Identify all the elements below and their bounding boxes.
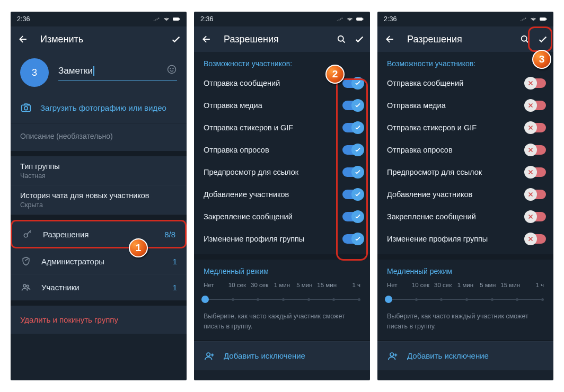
upload-photo-label: Загрузить фотографию или видео <box>40 103 166 112</box>
slowmode-label: 5 мин <box>293 282 315 288</box>
slowmode-hint: Выберите, как часто каждый участник смож… <box>377 302 553 340</box>
svg-point-17 <box>390 353 393 356</box>
confirm-button[interactable] <box>170 33 182 46</box>
description-placeholder: Описание (необязательно) <box>20 132 113 140</box>
search-button[interactable] <box>335 33 348 46</box>
permissions-row[interactable]: Разрешения 8/8 1 <box>11 220 187 248</box>
avatar[interactable]: 3 <box>20 58 49 87</box>
permission-toggle[interactable] <box>526 212 546 221</box>
permission-toggle[interactable] <box>342 78 363 88</box>
permissions-value: 8/8 <box>164 230 175 239</box>
permission-label: Добавление участников <box>387 190 472 199</box>
callout-badge-1: 1 <box>129 238 148 257</box>
members-row[interactable]: Участники 1 <box>11 274 187 300</box>
permission-toggle[interactable] <box>526 123 546 132</box>
permission-label: Закрепление сообщений <box>387 212 476 221</box>
permission-toggle[interactable] <box>342 101 363 110</box>
back-button[interactable] <box>201 34 212 44</box>
status-bar: 2:36 <box>11 12 187 26</box>
svg-point-13 <box>207 353 210 356</box>
permission-row: Добавление участников <box>387 183 546 206</box>
slowmode-label: Нет <box>204 282 226 288</box>
svg-point-2 <box>168 66 176 74</box>
permission-label: Отправка стикеров и GIF <box>204 123 293 132</box>
permissions-section-title: Возможности участников: <box>377 52 553 72</box>
slowmode-slider[interactable]: Нет10 сек30 сек1 мин5 мин15 мин1 ч <box>194 282 370 302</box>
svg-point-6 <box>24 106 28 110</box>
slowmode-hint: Выберите, как часто каждый участник смож… <box>194 302 370 340</box>
svg-point-4 <box>173 68 173 69</box>
delete-group-label: Удалить и покинуть группу <box>20 315 118 324</box>
permission-toggle[interactable] <box>526 101 546 110</box>
screen-permissions-off: 2:36 Разрешения 3 Возможности участников… <box>377 12 553 380</box>
callout-badge-3: 3 <box>532 50 551 69</box>
header: Изменить <box>11 26 187 52</box>
slowmode-label: 1 ч <box>338 282 360 288</box>
permission-toggle[interactable] <box>526 234 546 244</box>
svg-point-9 <box>27 285 29 287</box>
permission-label: Предпросмотр для ссылок <box>204 168 298 176</box>
permission-row: Отправка опросов <box>387 139 546 161</box>
svg-rect-0 <box>173 18 179 21</box>
slowmode-title: Медленный режим <box>377 260 553 280</box>
permission-row: Отправка стикеров и GIF <box>204 117 363 139</box>
back-button[interactable] <box>18 34 29 44</box>
search-button[interactable] <box>518 33 531 46</box>
status-icons <box>336 15 364 23</box>
svg-point-12 <box>338 36 343 41</box>
description-input[interactable]: Описание (необязательно) <box>11 123 187 151</box>
emoji-icon[interactable] <box>166 64 177 77</box>
permission-toggle[interactable] <box>342 190 363 199</box>
permission-label: Изменение профиля группы <box>204 235 304 243</box>
callout-badge-2: 2 <box>325 65 345 84</box>
permission-label: Отправка медиа <box>387 101 446 110</box>
add-exception-row[interactable]: Добавить исключение <box>194 341 370 370</box>
slowmode-label: Нет <box>387 282 409 288</box>
permission-label: Отправка опросов <box>204 146 269 154</box>
permission-toggle[interactable] <box>342 145 363 155</box>
history-row[interactable]: История чата для новых участников Скрыта <box>11 185 187 215</box>
permission-toggle[interactable] <box>526 167 546 177</box>
history-value: Скрыта <box>20 201 177 209</box>
screen-edit-group: 2:36 Изменить 3 Заметки Загрузить фотогр… <box>11 12 187 380</box>
permission-toggle[interactable] <box>342 212 363 221</box>
permission-toggle[interactable] <box>526 145 546 155</box>
slowmode-label: 5 мин <box>477 282 499 288</box>
slowmode-label: 1 мин <box>454 282 477 288</box>
group-name-input[interactable]: Заметки <box>58 64 177 81</box>
permission-toggle[interactable] <box>526 190 546 199</box>
svg-point-7 <box>24 234 28 237</box>
svg-rect-11 <box>363 19 363 20</box>
upload-photo-row[interactable]: Загрузить фотографию или видео <box>11 94 187 123</box>
svg-rect-1 <box>179 19 180 20</box>
slowmode-title: Медленный режим <box>194 260 370 280</box>
group-name-value: Заметки <box>58 66 93 76</box>
add-exception-row[interactable]: Добавить исключение <box>377 341 553 370</box>
status-bar: 2:36 <box>377 12 553 26</box>
permission-row: Закрепление сообщений <box>387 206 546 228</box>
group-type-label: Тип группы <box>20 162 177 171</box>
permission-toggle[interactable] <box>342 167 363 177</box>
slowmode-label: 10 сек <box>409 282 431 288</box>
status-bar: 2:36 <box>194 12 370 26</box>
permission-label: Отправка сообщений <box>204 79 280 87</box>
permission-row: Изменение профиля группы <box>204 228 363 250</box>
status-time: 2:36 <box>17 15 30 23</box>
slowmode-label: 15 мин <box>499 282 522 288</box>
back-button[interactable] <box>385 34 395 44</box>
permission-row: Отправка медиа <box>204 94 363 117</box>
permission-toggle[interactable] <box>526 78 546 88</box>
confirm-button[interactable] <box>353 33 366 46</box>
permission-toggle[interactable] <box>342 123 363 132</box>
delete-group-row[interactable]: Удалить и покинуть группу <box>11 306 187 334</box>
svg-rect-15 <box>546 19 547 20</box>
group-type-row[interactable]: Тип группы Частная <box>11 156 187 185</box>
members-icon <box>20 282 32 292</box>
confirm-button[interactable] <box>536 33 549 46</box>
admins-row[interactable]: Администраторы 1 <box>11 248 187 274</box>
history-label: История чата для новых участников <box>20 191 177 200</box>
permission-toggle[interactable] <box>342 234 363 244</box>
svg-rect-5 <box>22 105 31 111</box>
group-type-value: Частная <box>20 172 177 180</box>
slowmode-slider[interactable]: Нет10 сек30 сек1 мин5 мин15 мин1 ч <box>377 282 553 302</box>
